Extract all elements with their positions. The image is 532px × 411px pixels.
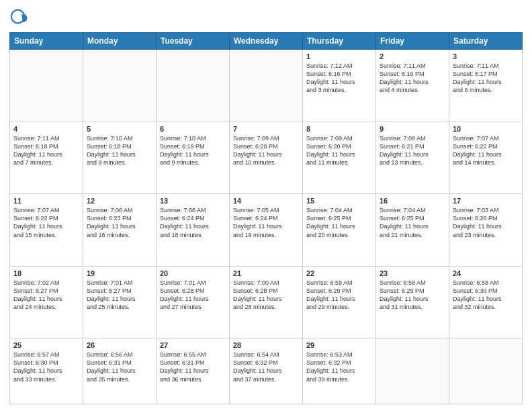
- day-of-week-header: Sunday: [10, 33, 83, 50]
- calendar-cell: [10, 50, 83, 122]
- calendar-cell: 15Sunrise: 7:04 AM Sunset: 6:25 PM Dayli…: [303, 194, 376, 267]
- calendar-header-row: SundayMondayTuesdayWednesdayThursdayFrid…: [10, 33, 523, 50]
- day-info: Sunrise: 7:00 AM Sunset: 6:28 PM Dayligh…: [233, 279, 299, 312]
- calendar-cell: [449, 338, 523, 404]
- calendar-week-row: 1Sunrise: 7:12 AM Sunset: 6:16 PM Daylig…: [10, 50, 523, 122]
- day-info: Sunrise: 7:10 AM Sunset: 6:18 PM Dayligh…: [87, 134, 152, 167]
- day-of-week-header: Wednesday: [230, 33, 303, 50]
- calendar-cell: 7Sunrise: 7:09 AM Sunset: 6:20 PM Daylig…: [230, 122, 303, 194]
- day-number: 3: [453, 52, 519, 60]
- day-of-week-header: Monday: [83, 33, 157, 50]
- calendar-cell: 10Sunrise: 7:07 AM Sunset: 6:22 PM Dayli…: [449, 122, 523, 194]
- day-number: 25: [13, 341, 79, 349]
- day-info: Sunrise: 7:05 AM Sunset: 6:24 PM Dayligh…: [233, 206, 299, 239]
- calendar-cell: 14Sunrise: 7:05 AM Sunset: 6:24 PM Dayli…: [230, 194, 303, 267]
- day-info: Sunrise: 6:59 AM Sunset: 6:29 PM Dayligh…: [306, 279, 372, 312]
- calendar-cell: 16Sunrise: 7:04 AM Sunset: 6:25 PM Dayli…: [376, 194, 449, 267]
- day-info: Sunrise: 7:12 AM Sunset: 6:16 PM Dayligh…: [306, 62, 372, 95]
- day-info: Sunrise: 6:55 AM Sunset: 6:31 PM Dayligh…: [160, 351, 226, 383]
- calendar-cell: 29Sunrise: 6:53 AM Sunset: 6:32 PM Dayli…: [303, 338, 376, 404]
- day-info: Sunrise: 7:11 AM Sunset: 6:18 PM Dayligh…: [13, 134, 79, 167]
- day-of-week-header: Friday: [376, 33, 449, 50]
- calendar-cell: 25Sunrise: 6:57 AM Sunset: 6:30 PM Dayli…: [10, 338, 83, 404]
- calendar-week-row: 4Sunrise: 7:11 AM Sunset: 6:18 PM Daylig…: [10, 122, 523, 194]
- calendar-table: SundayMondayTuesdayWednesdayThursdayFrid…: [9, 32, 523, 404]
- calendar-week-row: 25Sunrise: 6:57 AM Sunset: 6:30 PM Dayli…: [10, 338, 523, 404]
- calendar-cell: 19Sunrise: 7:01 AM Sunset: 6:27 PM Dayli…: [83, 266, 157, 338]
- calendar-cell: 5Sunrise: 7:10 AM Sunset: 6:18 PM Daylig…: [83, 122, 157, 194]
- day-number: 29: [306, 341, 372, 349]
- day-info: Sunrise: 7:07 AM Sunset: 6:22 PM Dayligh…: [13, 206, 79, 239]
- day-info: Sunrise: 6:58 AM Sunset: 6:30 PM Dayligh…: [453, 279, 519, 312]
- calendar-cell: 20Sunrise: 7:01 AM Sunset: 6:28 PM Dayli…: [157, 266, 230, 338]
- calendar-cell: 22Sunrise: 6:59 AM Sunset: 6:29 PM Dayli…: [303, 266, 376, 338]
- day-number: 14: [233, 197, 299, 205]
- day-number: 21: [233, 269, 299, 277]
- calendar-cell: 26Sunrise: 6:56 AM Sunset: 6:31 PM Dayli…: [83, 338, 157, 404]
- logo: [9, 8, 30, 27]
- day-number: 1: [306, 52, 372, 60]
- day-number: 17: [453, 197, 519, 205]
- day-info: Sunrise: 7:11 AM Sunset: 6:16 PM Dayligh…: [380, 62, 445, 95]
- calendar-cell: 8Sunrise: 7:09 AM Sunset: 6:20 PM Daylig…: [303, 122, 376, 194]
- calendar-cell: 21Sunrise: 7:00 AM Sunset: 6:28 PM Dayli…: [230, 266, 303, 338]
- day-number: 16: [380, 197, 445, 205]
- day-number: 20: [160, 269, 226, 277]
- day-number: 22: [306, 269, 372, 277]
- calendar-week-row: 18Sunrise: 7:02 AM Sunset: 6:27 PM Dayli…: [10, 266, 523, 338]
- day-number: 13: [160, 197, 226, 205]
- calendar-cell: 27Sunrise: 6:55 AM Sunset: 6:31 PM Dayli…: [157, 338, 230, 404]
- day-number: 11: [13, 197, 79, 205]
- day-info: Sunrise: 7:11 AM Sunset: 6:17 PM Dayligh…: [453, 62, 519, 95]
- header: [9, 8, 523, 27]
- day-number: 5: [87, 125, 152, 133]
- day-number: 10: [453, 125, 519, 133]
- day-info: Sunrise: 6:57 AM Sunset: 6:30 PM Dayligh…: [13, 351, 79, 383]
- day-info: Sunrise: 7:02 AM Sunset: 6:27 PM Dayligh…: [13, 279, 79, 312]
- day-info: Sunrise: 7:01 AM Sunset: 6:28 PM Dayligh…: [160, 279, 226, 312]
- day-number: 18: [13, 269, 79, 277]
- calendar-cell: 17Sunrise: 7:03 AM Sunset: 6:26 PM Dayli…: [449, 194, 523, 267]
- day-number: 28: [233, 341, 299, 349]
- day-number: 27: [160, 341, 226, 349]
- day-of-week-header: Saturday: [449, 33, 523, 50]
- calendar-cell: 23Sunrise: 6:58 AM Sunset: 6:29 PM Dayli…: [376, 266, 449, 338]
- calendar-week-row: 11Sunrise: 7:07 AM Sunset: 6:22 PM Dayli…: [10, 194, 523, 267]
- day-number: 6: [160, 125, 226, 133]
- day-number: 8: [306, 125, 372, 133]
- day-number: 9: [380, 125, 445, 133]
- calendar-cell: 4Sunrise: 7:11 AM Sunset: 6:18 PM Daylig…: [10, 122, 83, 194]
- logo-icon: [9, 8, 28, 27]
- day-number: 15: [306, 197, 372, 205]
- day-info: Sunrise: 7:09 AM Sunset: 6:20 PM Dayligh…: [233, 134, 299, 167]
- day-info: Sunrise: 7:04 AM Sunset: 6:25 PM Dayligh…: [380, 206, 445, 239]
- day-number: 4: [13, 125, 79, 133]
- calendar-cell: 1Sunrise: 7:12 AM Sunset: 6:16 PM Daylig…: [303, 50, 376, 122]
- day-info: Sunrise: 7:07 AM Sunset: 6:22 PM Dayligh…: [453, 134, 519, 167]
- calendar-cell: [376, 338, 449, 404]
- day-number: 2: [380, 52, 445, 60]
- calendar-cell: 6Sunrise: 7:10 AM Sunset: 6:19 PM Daylig…: [157, 122, 230, 194]
- day-info: Sunrise: 7:01 AM Sunset: 6:27 PM Dayligh…: [87, 279, 152, 312]
- day-info: Sunrise: 6:54 AM Sunset: 6:32 PM Dayligh…: [233, 351, 299, 383]
- day-of-week-header: Thursday: [303, 33, 376, 50]
- day-info: Sunrise: 6:53 AM Sunset: 6:32 PM Dayligh…: [306, 351, 372, 383]
- calendar-cell: 9Sunrise: 7:08 AM Sunset: 6:21 PM Daylig…: [376, 122, 449, 194]
- day-info: Sunrise: 7:09 AM Sunset: 6:20 PM Dayligh…: [306, 134, 372, 167]
- calendar-cell: [83, 50, 157, 122]
- calendar-cell: [230, 50, 303, 122]
- day-number: 12: [87, 197, 152, 205]
- day-number: 19: [87, 269, 152, 277]
- page: SundayMondayTuesdayWednesdayThursdayFrid…: [0, 0, 532, 411]
- day-number: 7: [233, 125, 299, 133]
- day-number: 24: [453, 269, 519, 277]
- day-info: Sunrise: 7:04 AM Sunset: 6:25 PM Dayligh…: [306, 206, 372, 239]
- day-info: Sunrise: 7:06 AM Sunset: 6:23 PM Dayligh…: [87, 206, 152, 239]
- calendar-cell: 11Sunrise: 7:07 AM Sunset: 6:22 PM Dayli…: [10, 194, 83, 267]
- day-info: Sunrise: 6:58 AM Sunset: 6:29 PM Dayligh…: [380, 279, 445, 312]
- calendar-cell: 2Sunrise: 7:11 AM Sunset: 6:16 PM Daylig…: [376, 50, 449, 122]
- day-info: Sunrise: 7:08 AM Sunset: 6:21 PM Dayligh…: [380, 134, 445, 167]
- day-number: 23: [380, 269, 445, 277]
- day-number: 26: [87, 341, 152, 349]
- calendar-cell: 12Sunrise: 7:06 AM Sunset: 6:23 PM Dayli…: [83, 194, 157, 267]
